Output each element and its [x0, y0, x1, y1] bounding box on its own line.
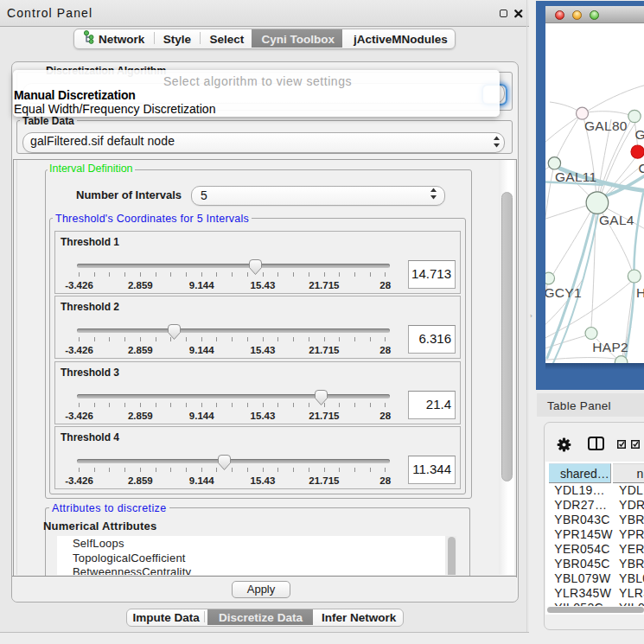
- svg-text:HAP2: HAP2: [592, 340, 628, 354]
- svg-text:GCY1: GCY1: [545, 285, 582, 300]
- svg-text:C: C: [639, 161, 644, 175]
- svg-text:GA: GA: [635, 127, 644, 142]
- svg-text:GAL11: GAL11: [555, 169, 597, 184]
- svg-text:GAL80: GAL80: [584, 118, 628, 133]
- svg-text:H: H: [636, 285, 644, 300]
- svg-text:GAL4: GAL4: [599, 213, 634, 227]
